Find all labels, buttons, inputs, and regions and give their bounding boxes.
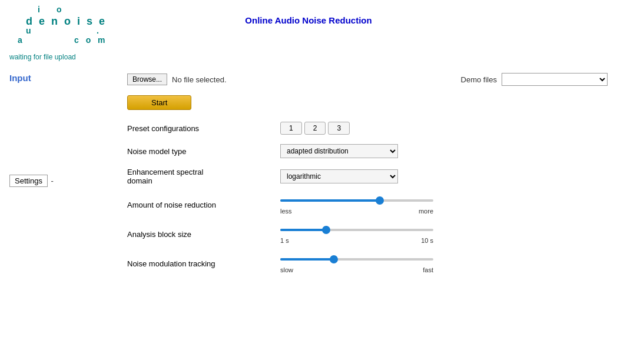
noise-reduction-fill	[280, 199, 380, 202]
browse-group: Browse... No file selected.	[127, 74, 227, 85]
block-size-label: Analysis block size	[127, 230, 280, 239]
content-area: Browse... No file selected. Demo files S…	[118, 68, 617, 288]
block-size-max: 10 s	[421, 237, 433, 244]
noise-reduction-track	[280, 199, 433, 202]
settings-label-text: Settings	[15, 176, 42, 185]
demo-group: Demo files	[461, 73, 608, 86]
input-label: Input	[9, 73, 108, 83]
modulation-thumb[interactable]	[330, 255, 338, 263]
modulation-labels: slow fast	[280, 266, 433, 273]
noise-reduction-min: less	[280, 208, 292, 215]
block-size-slider-container	[280, 224, 433, 236]
file-status-text: No file selected.	[172, 75, 227, 84]
start-btn-row: Start	[127, 95, 608, 110]
enhancement-label-line1: Enhancement spectral	[127, 168, 203, 176]
block-size-track	[280, 229, 433, 231]
input-section: Input	[9, 73, 108, 83]
preset-btn-3[interactable]: 3	[328, 122, 350, 135]
preset-btn-1[interactable]: 1	[280, 122, 302, 135]
enhancement-row: Enhancement spectral domain logarithmic …	[127, 168, 608, 185]
enhancement-label: Enhancement spectral domain	[127, 168, 280, 185]
modulation-min: slow	[280, 266, 293, 273]
logo-com: c o m	[74, 35, 108, 45]
browse-button[interactable]: Browse...	[127, 74, 167, 85]
block-size-min: 1 s	[280, 237, 289, 244]
enhancement-control: logarithmic linear mel	[280, 169, 608, 183]
site-title: Online Audio Noise Reduction	[245, 15, 371, 25]
enhancement-label-line2: domain	[127, 176, 152, 185]
status-text: waiting for file upload	[9, 53, 76, 61]
demo-files-select[interactable]	[502, 73, 608, 86]
noise-reduction-slider-container	[280, 195, 433, 206]
noise-reduction-row: Amount of noise reduction less more	[127, 195, 608, 215]
noise-model-label: Noise model type	[127, 147, 280, 156]
modulation-label: Noise modulation tracking	[127, 259, 280, 268]
logo-o: o	[57, 5, 64, 14]
modulation-track	[280, 258, 433, 261]
block-size-fill	[280, 229, 326, 231]
sidebar: Input Settings -	[0, 68, 118, 288]
preset-btns: 1 2 3	[280, 122, 608, 135]
modulation-row: Noise modulation tracking slow fast	[127, 253, 608, 273]
block-size-labels: 1 s 10 s	[280, 237, 433, 244]
modulation-control: slow fast	[280, 253, 608, 273]
start-button[interactable]: Start	[127, 95, 191, 110]
noise-reduction-labels: less more	[280, 208, 433, 215]
logo: i o d e n o i s e u . a c o m	[9, 5, 115, 46]
preset-label: Preset configurations	[127, 124, 280, 133]
demo-files-label: Demo files	[461, 75, 497, 84]
noise-reduction-control: less more	[280, 195, 608, 215]
header: i o d e n o i s e u . a c o m Online Aud…	[0, 0, 617, 51]
block-size-row: Analysis block size 1 s 10 s	[127, 224, 608, 244]
logo-dot: .	[97, 26, 101, 35]
noise-reduction-label: Amount of noise reduction	[127, 201, 280, 209]
settings-section: Settings -	[9, 175, 108, 187]
enhancement-select[interactable]: logarithmic linear mel	[280, 169, 398, 183]
status-bar: waiting for file upload	[0, 51, 617, 64]
logo-denoise: d e n o i s e	[26, 15, 107, 28]
logo-u: u	[26, 26, 34, 35]
noise-model-control: adapted distribution fixed distribution …	[280, 144, 608, 158]
preset-row: Preset configurations 1 2 3	[127, 122, 608, 135]
noise-reduction-max: more	[419, 208, 433, 215]
logo-i: i	[38, 5, 42, 14]
settings-dash: -	[51, 176, 54, 185]
preset-btn-2[interactable]: 2	[304, 122, 326, 135]
modulation-max: fast	[423, 266, 433, 273]
block-size-control: 1 s 10 s	[280, 224, 608, 244]
preset-control: 1 2 3	[280, 122, 608, 135]
block-size-thumb[interactable]	[322, 226, 330, 234]
noise-model-row: Noise model type adapted distribution fi…	[127, 144, 608, 158]
modulation-fill	[280, 258, 334, 261]
logo-a: a	[18, 35, 25, 45]
top-controls: Browse... No file selected. Demo files	[127, 73, 608, 86]
noise-reduction-thumb[interactable]	[376, 196, 384, 205]
settings-button[interactable]: Settings	[9, 175, 48, 187]
modulation-slider-container	[280, 253, 433, 265]
settings-area: Preset configurations 1 2 3 Noise model …	[127, 122, 608, 283]
noise-model-select[interactable]: adapted distribution fixed distribution …	[280, 144, 398, 158]
main-content: Input Settings - Browse... No file selec…	[0, 68, 617, 288]
